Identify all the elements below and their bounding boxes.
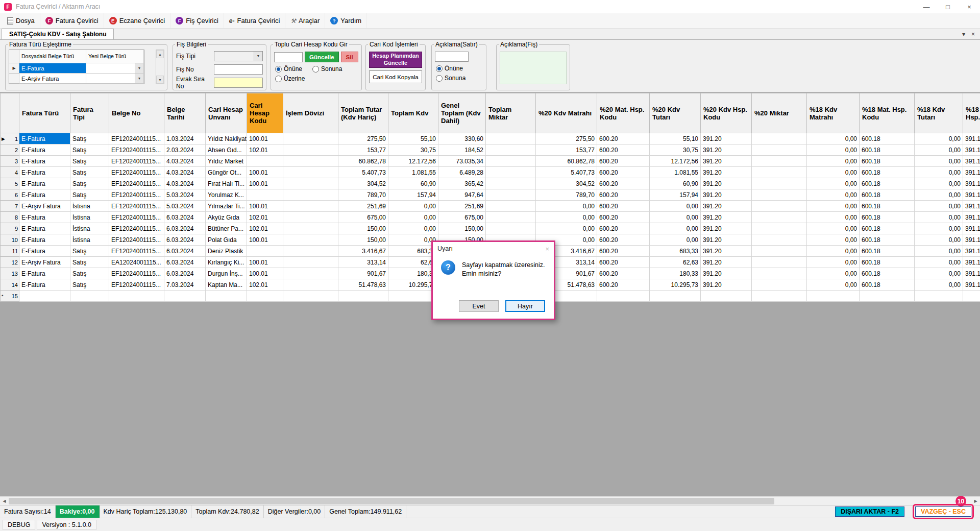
- cell-islem-dovizi[interactable]: [283, 144, 338, 156]
- row-header-4[interactable]: 4: [1, 167, 19, 178]
- cell-islem-dovizi[interactable]: [283, 178, 338, 189]
- cell-genel-toplam[interactable]: 947,64: [438, 189, 486, 201]
- cell-fatura-turu[interactable]: E-Fatura: [19, 189, 70, 201]
- cell-islem-dovizi[interactable]: [283, 257, 338, 268]
- cell-genel-toplam[interactable]: 675,00: [438, 212, 486, 223]
- cell-fatura-tipi[interactable]: Satış: [70, 246, 109, 257]
- cell-belge-tarihi[interactable]: 6.03.2024: [164, 268, 206, 279]
- cell-genel-toplam[interactable]: 184,52: [438, 144, 486, 156]
- cell-belge-no[interactable]: EF12024001115...: [109, 279, 164, 291]
- cell-toplam-tutar[interactable]: 901,67: [338, 268, 388, 279]
- dialog-close-icon[interactable]: ×: [545, 245, 549, 253]
- col-header-belge-tarihi[interactable]: Belge Tarihi: [164, 93, 206, 133]
- cell-miktar20[interactable]: [752, 234, 807, 246]
- cell-mat20-hsp-kodu[interactable]: 600.20: [597, 279, 650, 291]
- cell-belge-tarihi[interactable]: 7.03.2024: [164, 279, 206, 291]
- menu-item-fis-cevirici[interactable]: FFiş Çevirici: [170, 13, 224, 28]
- cell-mat20-hsp-kodu[interactable]: 600.20: [597, 234, 650, 246]
- cell-fatura-tipi[interactable]: Satış: [70, 268, 109, 279]
- col-header-kdv18-hsp-kodu[interactable]: %18 Kdv Hsp. Kodu: [963, 93, 980, 133]
- row-header-12[interactable]: 12: [1, 257, 19, 268]
- cell-kdv18-hsp-kodu[interactable]: 391.18: [963, 212, 980, 223]
- maximize-button[interactable]: □: [937, 0, 959, 13]
- cell-kdv18-tutari[interactable]: 0,00: [915, 212, 963, 223]
- col-header-fatura-turu[interactable]: Fatura Türü: [19, 93, 70, 133]
- hayir-button[interactable]: Hayır: [505, 300, 545, 312]
- cell-mat20-hsp-kodu[interactable]: 600.20: [597, 246, 650, 257]
- cell-kdv20-hsp-kodu[interactable]: 391.20: [701, 189, 752, 201]
- cell-cari-hesap-kodu[interactable]: 100.01: [247, 133, 283, 144]
- cell-toplam-tutar[interactable]: 150,00: [338, 234, 388, 246]
- cell-belge-tarihi[interactable]: 4.03.2024: [164, 178, 206, 189]
- cell-kdv18-hsp-kodu[interactable]: 391.18: [963, 178, 980, 189]
- cell-cari-hesap-kodu[interactable]: 102.01: [247, 212, 283, 223]
- cell-islem-dovizi[interactable]: [283, 167, 338, 178]
- cell-kdv20-matrahi[interactable]: 60.862,78: [536, 156, 597, 167]
- cell-kdv18-hsp-kodu[interactable]: 391.18: [963, 279, 980, 291]
- cell-fatura-turu[interactable]: E-Fatura: [19, 223, 70, 234]
- cell-cari-hesap-kodu[interactable]: 100.01: [247, 268, 283, 279]
- cell-kdv20-hsp-kodu[interactable]: 391.20: [701, 212, 752, 223]
- cell-cari-hesap-kodu[interactable]: 102.01: [247, 279, 283, 291]
- cell-fatura-turu[interactable]: E-Fatura: [19, 268, 70, 279]
- cell-toplam-kdv[interactable]: 30,75: [388, 144, 438, 156]
- cell-belge-tarihi[interactable]: 4.03.2024: [164, 167, 206, 178]
- col-header-cari-hesap-kodu[interactable]: Cari Hesap Kodu: [247, 93, 283, 133]
- cell-kdv20-hsp-kodu[interactable]: 391.20: [701, 234, 752, 246]
- cell-toplam-miktar[interactable]: [486, 189, 536, 201]
- cell-toplam-kdv[interactable]: 683,33: [388, 246, 438, 257]
- cell-kdv18-matrahi[interactable]: 0,00: [807, 212, 860, 223]
- cell-kdv18-hsp-kodu[interactable]: 391.18: [963, 268, 980, 279]
- mini-grid-target-combo-2[interactable]: ▼: [86, 74, 144, 84]
- cell-kdv18-tutari[interactable]: 0,00: [915, 257, 963, 268]
- cell-belge-tarihi[interactable]: 1.03.2024: [164, 133, 206, 144]
- cell-kdv18-matrahi[interactable]: 0,00: [807, 246, 860, 257]
- cell-genel-toplam[interactable]: 330,60: [438, 133, 486, 144]
- cell-mat18-hsp-kodu[interactable]: 600.18: [860, 279, 915, 291]
- cell-belge-no[interactable]: [109, 291, 164, 302]
- cell-toplam-kdv[interactable]: 10.295,73: [388, 279, 438, 291]
- cell-cari-hesap-kodu[interactable]: [247, 156, 283, 167]
- cell-kdv20-matrahi[interactable]: 0,00: [536, 212, 597, 223]
- cell-mat18-hsp-kodu[interactable]: [860, 291, 915, 302]
- cell-kdv18-hsp-kodu[interactable]: 391.18: [963, 156, 980, 167]
- cell-kdv20-matrahi[interactable]: 789,70: [536, 189, 597, 201]
- cell-genel-toplam[interactable]: 365,42: [438, 178, 486, 189]
- cell-belge-no[interactable]: EA12024001115...: [109, 257, 164, 268]
- cell-fatura-turu[interactable]: E-Fatura: [19, 279, 70, 291]
- scrollbar-thumb[interactable]: [9, 498, 774, 504]
- cell-miktar20[interactable]: [752, 268, 807, 279]
- cell-toplam-kdv[interactable]: [388, 291, 438, 302]
- menu-item-e-fatura-cevirici[interactable]: e-Fatura Çevirici: [224, 13, 285, 28]
- cell-mat18-hsp-kodu[interactable]: 600.18: [860, 167, 915, 178]
- cell-mat20-hsp-kodu[interactable]: 600.20: [597, 268, 650, 279]
- col-header-kdv20-tutari[interactable]: %20 Kdv Tutarı: [650, 93, 701, 133]
- cell-cari-hesap-kodu[interactable]: 100.01: [247, 257, 283, 268]
- cell-mat20-hsp-kodu[interactable]: 600.20: [597, 223, 650, 234]
- cell-kdv18-tutari[interactable]: 0,00: [915, 223, 963, 234]
- cell-toplam-kdv[interactable]: 12.172,56: [388, 156, 438, 167]
- cell-kdv20-hsp-kodu[interactable]: 391.20: [701, 144, 752, 156]
- cell-kdv18-tutari[interactable]: 0,00: [915, 156, 963, 167]
- aciklama-sonuna-radio[interactable]: [436, 75, 443, 82]
- cell-miktar20[interactable]: [752, 189, 807, 201]
- cell-cari-hesap-unvani[interactable]: Kırlangıç Ki...: [206, 257, 247, 268]
- cell-cari-hesap-kodu[interactable]: 102.01: [247, 223, 283, 234]
- cell-islem-dovizi[interactable]: [283, 234, 338, 246]
- cell-kdv18-matrahi[interactable]: 0,00: [807, 178, 860, 189]
- cell-genel-toplam[interactable]: 251,69: [438, 201, 486, 212]
- cell-cari-hesap-unvani[interactable]: Yılmazlar Ti...: [206, 201, 247, 212]
- cell-belge-no[interactable]: EF12024001115...: [109, 178, 164, 189]
- cell-kdv20-tutari[interactable]: 60,90: [650, 178, 701, 189]
- row-header-14[interactable]: 14: [1, 279, 19, 291]
- cell-toplam-kdv[interactable]: 0,00: [388, 223, 438, 234]
- cell-mat20-hsp-kodu[interactable]: 600.20: [597, 133, 650, 144]
- cell-belge-tarihi[interactable]: 5.03.2024: [164, 201, 206, 212]
- cell-cari-hesap-unvani[interactable]: [206, 291, 247, 302]
- mini-grid-cell-e-arsiv-fatura[interactable]: E-Arşiv Fatura: [19, 74, 86, 84]
- cell-toplam-tutar[interactable]: 304,52: [338, 178, 388, 189]
- cell-kdv18-tutari[interactable]: 0,00: [915, 234, 963, 246]
- hesap-planimdan-guncelle-button[interactable]: Hesap Planımdan Güncelle: [369, 52, 422, 68]
- cell-genel-toplam[interactable]: 73.035,34: [438, 156, 486, 167]
- cell-kdv18-hsp-kodu[interactable]: [963, 291, 980, 302]
